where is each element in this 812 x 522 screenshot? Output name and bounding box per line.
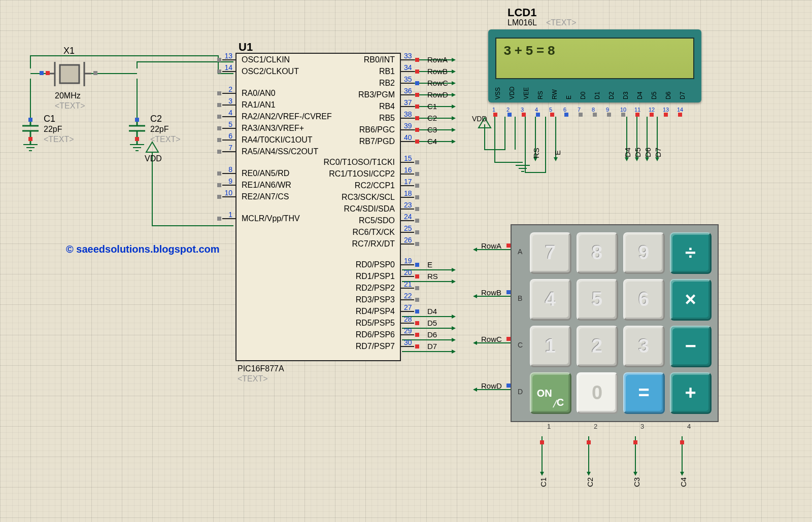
keypad-key-2[interactable]: 2 [577,326,618,367]
u1-pin-label: RB5 [379,114,395,123]
svg-marker-53 [587,472,591,476]
net-label-RowC: RowC [481,335,502,343]
credit-link[interactable]: © saeedsolutions.blogspot.com [66,243,220,255]
keypad-key-×[interactable]: × [670,279,712,321]
svg-marker-34 [452,58,456,62]
pin-marker [93,71,97,75]
svg-marker-51 [473,388,477,392]
u1-pin-label: RD7/PSP7 [356,342,395,351]
lcd-pin-label: E [565,95,572,99]
lcd-pin-num: 12 [649,107,655,113]
u1-pin-label: RA0/AN0 [242,89,276,98]
lcd-pin-label: D1 [594,92,601,99]
keypad-row-label: B [518,294,522,302]
keypad[interactable]: 789÷456×123−ON╱C0=+ ABCD 1234 [511,224,719,422]
c1-placeholder: <TEXT> [44,135,74,144]
u1-pin-num: 38 [404,110,412,118]
u1-pin-num: 22 [404,292,412,300]
u1-part: PIC16F877A [238,364,284,373]
u1-pin-label: RE0/AN5/RD [242,169,289,178]
pin-marker [135,118,139,122]
pin-marker [40,71,44,75]
keypad-key-7[interactable]: 7 [530,232,571,274]
lcd-pin-label: VSS [494,87,501,99]
u1-pin-label: RB1 [379,67,395,76]
u1-pin-label: RB2 [379,79,395,88]
keypad-key-6[interactable]: 6 [623,279,665,321]
u1-pin-num: 25 [404,224,412,232]
net-label: D4 [427,307,437,316]
lcd-pin-num: 5 [549,107,552,113]
svg-marker-47 [452,350,456,354]
net-label-C4: C4 [679,477,688,487]
svg-marker-36 [452,81,456,85]
pin-marker [46,71,50,75]
keypad-key-5[interactable]: 5 [577,279,618,321]
u1-pin-label: RC2/CCP1 [355,181,395,190]
keypad-key-1[interactable]: 1 [530,326,571,367]
keypad-row-label: A [518,248,522,256]
u1-pin-num: 23 [404,201,412,209]
svg-marker-52 [540,472,544,476]
u1-pin-label: RA3/AN3/VREF+ [242,124,304,133]
u1-pin-label: RC5/SDO [359,216,395,225]
u1-pin-num: 15 [404,154,412,162]
u1-pin-num: 34 [404,63,412,72]
c2-ref: C2 [150,114,162,124]
keypad-key-+[interactable]: + [670,372,712,414]
u1-pin-label: RC0/T1OSO/T1CKI [324,158,395,167]
u1-pin-label: RB6/PGC [359,125,395,134]
net-label: RowC [427,79,448,87]
keypad-key-0[interactable]: 0 [577,372,618,414]
u1-pin-num: 27 [404,303,412,311]
net-label-C3: C3 [632,477,641,487]
keypad-key-3[interactable]: 3 [623,326,665,367]
vdd-label-left: VDD [145,154,162,163]
keypad-key-9[interactable]: 9 [623,232,665,274]
u1-pin-num: 30 [404,338,412,346]
keypad-row-label: D [518,388,523,396]
svg-marker-41 [452,140,456,144]
c1-ref: C1 [44,114,55,124]
lcd-pin-num: 11 [634,107,640,113]
lcd-pin-num: 10 [620,107,626,113]
keypad-key-÷[interactable]: ÷ [670,232,712,274]
keypad-key-=[interactable]: = [623,372,665,414]
lcd-display: 3+5=8 [495,38,694,79]
lcd-placeholder: <TEXT> [546,18,577,27]
net-label: C4 [427,137,437,146]
svg-marker-38 [452,105,456,109]
net-label-RowD: RowD [481,381,502,390]
svg-rect-73 [60,65,79,83]
keypad-col-label: 2 [594,423,597,430]
keypad-key-4[interactable]: 4 [530,279,571,321]
u1-pin-label: RC1/T1OSI/CCP2 [329,169,395,179]
svg-marker-37 [452,93,456,97]
svg-marker-40 [452,128,456,132]
keypad-key-8[interactable]: 8 [577,232,618,274]
u1-pin-num: 33 [404,52,412,60]
net-label: D5 [427,319,437,327]
keypad-col-label: 3 [640,423,644,430]
u1-pin-label: RE1/AN6/WR [242,181,291,190]
u1-pin-num: 28 [404,315,412,323]
lcd-net-d4: D4 [623,148,632,157]
lcd-pin-label: VEE [523,87,530,99]
keypad-key-−[interactable]: − [670,326,712,367]
c2-placeholder: <TEXT> [150,135,181,144]
lcd-pin-label: D7 [679,92,686,99]
lcd-pin-num: 8 [592,107,595,113]
svg-marker-55 [680,472,684,476]
u1-pin-num: 19 [404,257,412,265]
lcd-net-rs: RS [532,148,540,158]
lcd-net-d7: D7 [654,148,662,157]
keypad-key-ON/C[interactable]: ON╱C [530,372,571,414]
net-label: RowA [427,55,448,64]
lcd-net-d6: D6 [644,148,652,157]
svg-marker-44 [452,315,456,319]
lcd-pin-num: 6 [563,107,566,113]
keypad-row-label: C [518,341,523,349]
lcd-pin-num: 14 [677,107,683,113]
pin-marker [28,137,32,141]
lcd-ref: LCD1 [507,6,536,19]
